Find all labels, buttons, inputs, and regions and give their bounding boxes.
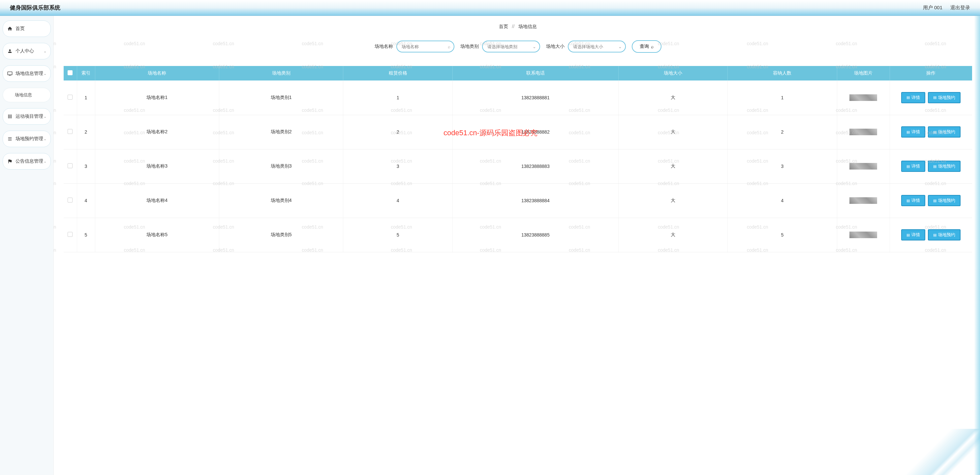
cell-phone: 13823888882 (452, 115, 618, 149)
main-content: code51.cncode51.cncode51.cncode51.cncode… (54, 16, 980, 475)
search-row: 场地名称 ⌕ 场地类别 ⌄ 场地大小 ⌄ (64, 40, 972, 53)
search-type-select[interactable] (482, 41, 540, 53)
col-price: 租赁价格 (343, 66, 452, 80)
cell-type: 场地类别1 (219, 80, 343, 115)
cell-type: 场地类别3 (219, 149, 343, 183)
search-icon: ⌕ (651, 44, 654, 49)
cell-capacity: 4 (728, 183, 837, 218)
sidebar-item-reserve-mgmt[interactable]: 场地预约管理 ⌄ (3, 131, 51, 147)
breadcrumb-current: 场地信息 (519, 24, 537, 29)
header-right: 用户 001 退出登录 (923, 5, 970, 11)
chevron-down-icon: ⌄ (618, 44, 622, 49)
venue-image (850, 231, 877, 238)
detail-button[interactable]: ▤详情 (901, 126, 925, 137)
search-type-label: 场地类别 (460, 43, 479, 49)
user-icon (7, 48, 13, 54)
search-name-input[interactable] (396, 41, 454, 53)
row-checkbox[interactable] (68, 198, 73, 202)
col-type: 场地类别 (219, 66, 343, 80)
doc-icon: ▤ (907, 95, 910, 100)
flag-icon (7, 158, 13, 164)
chevron-down-icon: ⌄ (43, 49, 46, 53)
reserve-button[interactable]: ▤场地预约 (928, 92, 961, 103)
col-capacity: 容纳人数 (728, 66, 837, 80)
sidebar-item-home[interactable]: 首页 (3, 21, 51, 37)
select-all-checkbox[interactable] (68, 70, 73, 75)
cell-price: 2 (343, 115, 452, 149)
cell-action: ▤详情▤场地预约 (890, 80, 972, 115)
sidebar-sub-venue-info[interactable]: 场地信息 (3, 88, 51, 102)
cell-price: 3 (343, 149, 452, 183)
detail-button[interactable]: ▤详情 (901, 195, 925, 206)
logout-link[interactable]: 退出登录 (950, 5, 970, 11)
cell-type: 场地类别2 (219, 115, 343, 149)
sidebar-item-sport-mgmt[interactable]: 运动项目管理 ⌄ (3, 108, 51, 125)
reserve-button[interactable]: ▤场地预约 (928, 229, 961, 241)
watermark-text: code51.cn (54, 108, 56, 113)
chevron-down-icon: ⌄ (43, 159, 46, 164)
cell-size: 大 (619, 218, 728, 252)
cell-name: 场地名称3 (95, 149, 219, 183)
chevron-down-icon: ⌄ (43, 72, 46, 76)
chevron-down-icon: ⌄ (43, 137, 46, 141)
venue-image (850, 94, 877, 101)
table-row: 2场地名称2场地类别2213823888882大2▤详情▤场地预约 (64, 115, 972, 149)
right-decoration (974, 16, 980, 475)
chevron-down-icon: ⌄ (43, 115, 46, 119)
home-icon (7, 26, 13, 32)
cell-name: 场地名称2 (95, 115, 219, 149)
reserve-button[interactable]: ▤场地预约 (928, 126, 961, 137)
doc-icon: ▤ (933, 95, 937, 100)
reserve-button[interactable]: ▤场地预约 (928, 195, 961, 206)
sidebar-item-label: 场地信息管理 (16, 70, 43, 77)
detail-button[interactable]: ▤详情 (901, 229, 925, 241)
breadcrumb-separator: // (512, 24, 515, 29)
cell-type: 场地类别4 (219, 183, 343, 218)
cell-action: ▤详情▤场地预约 (890, 218, 972, 252)
doc-icon: ▤ (933, 130, 937, 134)
cell-action: ▤详情▤场地预约 (890, 149, 972, 183)
breadcrumb-home[interactable]: 首页 (499, 24, 508, 29)
cell-capacity: 1 (728, 80, 837, 115)
sidebar-item-personal[interactable]: 个人中心 ⌄ (3, 43, 51, 59)
cell-size: 大 (619, 149, 728, 183)
cell-image (837, 80, 890, 115)
watermark-text: code51.cn (54, 224, 56, 230)
cell-index: 5 (77, 218, 95, 252)
doc-icon: ▤ (907, 130, 910, 134)
doc-icon: ▤ (907, 164, 910, 169)
sidebar-item-notice-mgmt[interactable]: 公告信息管理 ⌄ (3, 153, 51, 169)
doc-icon: ▤ (933, 233, 937, 237)
search-name-label: 场地名称 (375, 43, 393, 49)
table-row: 4场地名称4场地类别4413823888884大4▤详情▤场地预约 (64, 183, 972, 218)
cell-type: 场地类别5 (219, 218, 343, 252)
row-checkbox[interactable] (68, 129, 73, 134)
col-action: 操作 (890, 66, 972, 80)
cell-name: 场地名称4 (95, 183, 219, 218)
user-label[interactable]: 用户 001 (923, 5, 942, 11)
cell-capacity: 3 (728, 149, 837, 183)
cell-price: 4 (343, 183, 452, 218)
sidebar-item-venue-mgmt[interactable]: 场地信息管理 ⌄ (3, 65, 51, 82)
cell-size: 大 (619, 183, 728, 218)
doc-icon: ▤ (907, 199, 910, 203)
detail-button[interactable]: ▤详情 (901, 92, 925, 103)
row-checkbox[interactable] (68, 163, 73, 168)
cell-name: 场地名称5 (95, 218, 219, 252)
col-size: 场地大小 (619, 66, 728, 80)
search-size-select[interactable] (568, 41, 626, 53)
query-label: 查询 (640, 43, 649, 49)
cell-phone: 13823888885 (452, 218, 618, 252)
cell-price: 5 (343, 218, 452, 252)
query-button[interactable]: 查询 ⌕ (632, 40, 662, 53)
row-checkbox[interactable] (68, 95, 73, 100)
doc-icon: ▤ (907, 233, 910, 237)
search-size-label: 场地大小 (546, 43, 565, 49)
row-checkbox[interactable] (68, 232, 73, 237)
search-icon: ⌕ (448, 44, 450, 49)
cell-image (837, 183, 890, 218)
reserve-button[interactable]: ▤场地预约 (928, 161, 961, 172)
chevron-down-icon: ⌄ (533, 44, 536, 49)
detail-button[interactable]: ▤详情 (901, 161, 925, 172)
col-name: 场地名称 (95, 66, 219, 80)
